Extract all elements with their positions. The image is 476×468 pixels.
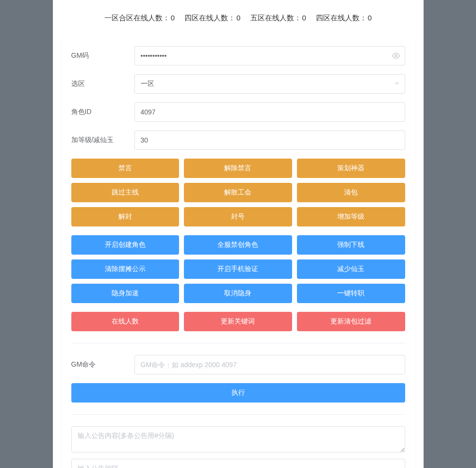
- danger-button-grid: 在线人数 更新关键词 更新清包过滤: [71, 312, 405, 331]
- update-clearbag-filter-button[interactable]: 更新清包过滤: [297, 312, 405, 331]
- announce-interval-input[interactable]: [71, 459, 405, 468]
- clear-bag-button[interactable]: 清包: [297, 183, 405, 202]
- disable-create-role-button[interactable]: 全服禁创角色: [184, 235, 292, 255]
- level-input[interactable]: [134, 130, 405, 150]
- stat-label: 四区在线人数：: [184, 14, 235, 23]
- zone-select[interactable]: 一区: [134, 74, 405, 94]
- online-stats-bar: 一区合区在线人数： 0 四区在线人数： 0 五区在线人数： 0 四区在线人数： …: [53, 0, 424, 36]
- gmcode-label: GM码: [71, 51, 134, 60]
- row-gmcode: GM码: [71, 46, 405, 65]
- gmcmd-label: GM命令: [71, 360, 134, 369]
- stat-zone-4b: 四区在线人数： 0: [316, 14, 372, 23]
- divider-2: [71, 414, 405, 415]
- row-level: 加等级/减仙玉: [71, 130, 405, 150]
- ban-button[interactable]: 封号: [184, 207, 292, 226]
- stat-value: 0: [302, 14, 306, 22]
- skip-mainline-button[interactable]: 跳过主线: [71, 183, 180, 202]
- execute-button[interactable]: 执行: [71, 383, 405, 403]
- force-offline-button[interactable]: 强制下线: [297, 235, 405, 255]
- stat-zone-1: 一区合区在线人数： 0: [104, 14, 175, 23]
- unban-button[interactable]: 解封: [71, 207, 180, 226]
- stat-label: 四区在线人数：: [316, 14, 367, 23]
- clear-stall-button[interactable]: 清除摆摊公示: [71, 259, 180, 279]
- stat-value: 0: [368, 14, 372, 22]
- row-roleid: 角色ID: [71, 102, 405, 122]
- disband-guild-button[interactable]: 解散工会: [184, 183, 292, 202]
- update-keyword-button[interactable]: 更新关键词: [184, 312, 292, 331]
- divider: [71, 343, 405, 343]
- stealth-speed-button[interactable]: 隐身加速: [71, 284, 180, 303]
- stat-zone-5: 五区在线人数： 0: [250, 14, 306, 23]
- roleid-input[interactable]: [134, 102, 405, 122]
- row-gmcmd: GM命令: [71, 355, 405, 374]
- enable-create-role-button[interactable]: 开启创建角色: [71, 235, 180, 255]
- eye-icon[interactable]: [392, 51, 400, 60]
- class-change-button[interactable]: 一键转职: [297, 284, 405, 303]
- reduce-xianyu-button[interactable]: 减少仙玉: [297, 259, 405, 279]
- add-level-button[interactable]: 增加等级: [297, 207, 405, 226]
- online-count-button[interactable]: 在线人数: [71, 312, 180, 331]
- stat-value: 0: [236, 14, 240, 22]
- gmcode-input[interactable]: [134, 46, 405, 65]
- primary-button-grid: 开启创建角色 全服禁创角色 强制下线 清除摆摊公示 开启手机验证 减少仙玉 隐身…: [71, 235, 405, 303]
- svg-point-0: [395, 55, 397, 57]
- stat-label: 五区在线人数：: [250, 14, 301, 23]
- zone-selected-value: 一区: [141, 80, 154, 88]
- announce-content-textarea[interactable]: [71, 426, 405, 452]
- stat-zone-4a: 四区在线人数： 0: [184, 14, 240, 23]
- warning-button-grid: 禁言 解除禁言 策划神器 跳过主线 解散工会 清包 解封 封号 增加等级: [71, 159, 405, 226]
- page-container: 一区合区在线人数： 0 四区在线人数： 0 五区在线人数： 0 四区在线人数： …: [53, 0, 424, 468]
- level-label: 加等级/减仙玉: [71, 136, 134, 145]
- enable-phone-verify-button[interactable]: 开启手机验证: [184, 259, 292, 279]
- row-zone: 选区 一区: [71, 74, 405, 94]
- stat-label: 一区合区在线人数：: [104, 14, 170, 23]
- zone-label: 选区: [71, 80, 134, 88]
- cancel-stealth-button[interactable]: 取消隐身: [184, 284, 292, 303]
- gmcmd-input[interactable]: [134, 355, 405, 374]
- stat-value: 0: [171, 14, 175, 22]
- unmute-button[interactable]: 解除禁言: [184, 159, 292, 178]
- planner-artifact-button[interactable]: 策划神器: [297, 159, 405, 178]
- roleid-label: 角色ID: [71, 108, 134, 116]
- mute-button[interactable]: 禁言: [71, 159, 180, 178]
- main-panel: GM码 选区 一区 角色ID: [62, 36, 415, 468]
